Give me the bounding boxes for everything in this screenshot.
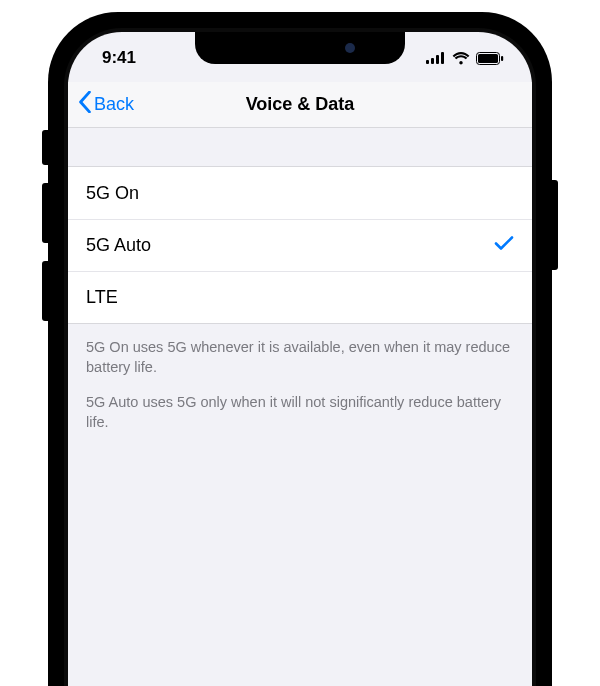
checkmark-icon	[494, 234, 514, 257]
option-label: 5G On	[86, 183, 139, 204]
chevron-left-icon	[78, 91, 94, 118]
battery-icon	[476, 52, 504, 65]
option-label: 5G Auto	[86, 235, 151, 256]
cellular-icon	[426, 52, 446, 64]
option-5g-auto[interactable]: 5G Auto	[68, 219, 532, 271]
status-icons	[426, 52, 504, 65]
device-notch	[195, 32, 405, 64]
back-button[interactable]: Back	[68, 91, 134, 118]
status-time: 9:41	[102, 48, 136, 68]
svg-rect-1	[431, 58, 434, 64]
page-title: Voice & Data	[68, 94, 532, 115]
footer-text: 5G On uses 5G whenever it is available, …	[68, 324, 532, 446]
option-lte[interactable]: LTE	[68, 271, 532, 323]
options-list: 5G On 5G Auto LTE	[68, 166, 532, 324]
svg-rect-2	[436, 55, 439, 64]
back-label: Back	[94, 94, 134, 115]
svg-rect-0	[426, 60, 429, 64]
svg-rect-6	[501, 56, 503, 61]
camera-icon	[345, 43, 355, 53]
svg-rect-5	[478, 54, 498, 63]
footer-paragraph: 5G Auto uses 5G only when it will not si…	[86, 393, 514, 432]
wifi-icon	[452, 52, 470, 65]
option-label: LTE	[86, 287, 118, 308]
navigation-bar: Back Voice & Data	[68, 82, 532, 128]
footer-paragraph: 5G On uses 5G whenever it is available, …	[86, 338, 514, 377]
svg-rect-3	[441, 52, 444, 64]
option-5g-on[interactable]: 5G On	[68, 167, 532, 219]
